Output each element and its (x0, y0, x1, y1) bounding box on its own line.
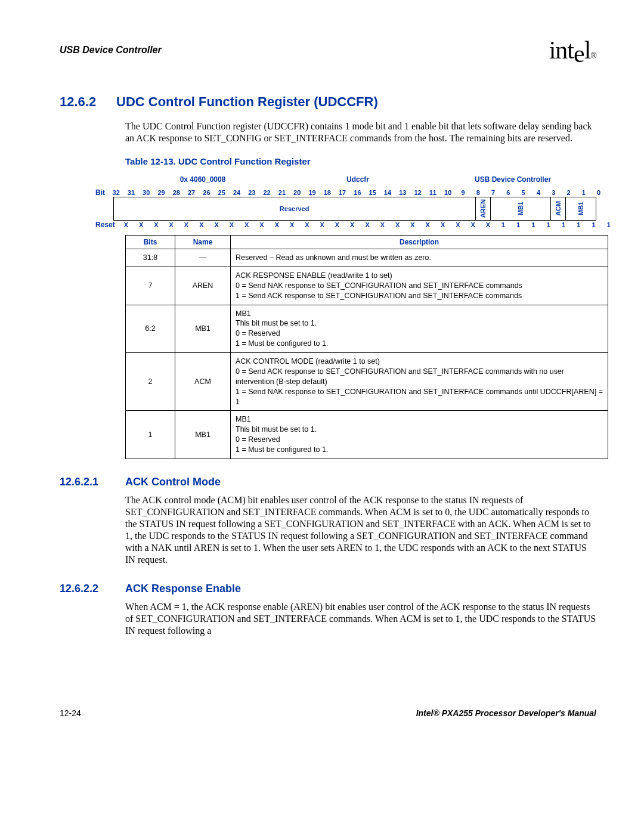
reset-value: X (435, 221, 450, 228)
bit-number: 9 (456, 189, 470, 196)
header-description: Description (231, 236, 608, 249)
name-cell: MB1 (175, 305, 231, 353)
bit-number-cells: 3231302928272625242322212019181716151413… (109, 189, 606, 196)
bit-number: 15 (365, 189, 380, 196)
reset-value: X (194, 221, 209, 228)
bit-number: 31 (123, 189, 138, 196)
reset-value: X (164, 221, 179, 228)
reset-value: X (119, 221, 134, 228)
bits-cell: 31:8 (126, 249, 175, 267)
mb1-field: MB1 (491, 197, 551, 220)
bit-number: 22 (259, 189, 274, 196)
name-cell: — (175, 249, 231, 267)
bit-number: 19 (305, 189, 320, 196)
intel-logo: intel® (549, 36, 596, 64)
reset-value: X (450, 221, 465, 228)
bit-number-row: Bit 323130292827262524232221201918171615… (95, 188, 596, 197)
bit-number: 2 (561, 189, 576, 196)
header-name: Name (175, 236, 231, 249)
reset-value: X (239, 221, 254, 228)
reset-value: X (224, 221, 239, 228)
bit-number: 13 (395, 189, 410, 196)
subsection-heading-12-6-2-2: 12.6.2.2ACK Response Enable (60, 583, 596, 595)
register-name: Udccfr (280, 175, 435, 184)
bit-number: 28 (169, 189, 184, 196)
desc-cell: MB1 This bit must be set to 1. 0 = Reser… (231, 305, 608, 353)
reset-value: 1 (571, 221, 586, 228)
desc-cell: ACK CONTROL MODE (read/write 1 to set) 0… (231, 353, 608, 411)
reset-value: 1 (586, 221, 601, 228)
reset-row: Reset XXXXXXXXXXXXXXXXXXXXXXXXX11111111 (95, 221, 596, 229)
reset-value: X (466, 221, 481, 228)
bit-number: 32 (109, 189, 123, 196)
bits-cell: 7 (126, 267, 175, 305)
page-number: 12-24 (60, 708, 81, 718)
bit-number: 0 (592, 189, 606, 196)
reset-value: X (179, 221, 194, 228)
table-caption: Table 12-13. UDC Control Function Regist… (125, 156, 596, 166)
bit-number: 4 (531, 189, 546, 196)
bit-table: Bit 323130292827262524232221201918171615… (95, 188, 596, 229)
reset-value: X (390, 221, 405, 228)
register-address: 0x 4060_0008 (125, 175, 280, 184)
reset-value: X (148, 221, 163, 228)
bit-number: 11 (425, 189, 440, 196)
bit-number: 5 (516, 189, 531, 196)
name-cell: AREN (175, 267, 231, 305)
bit-number: 12 (410, 189, 425, 196)
bit-label: Bit (95, 188, 109, 197)
mb1-field-2: MB1 (566, 197, 596, 220)
page-header: USB Device Controller intel® (60, 36, 596, 64)
bit-number: 29 (154, 189, 169, 196)
subsection-paragraph: When ACM = 1, the ACK response enable (A… (125, 601, 596, 637)
reset-value: X (209, 221, 224, 228)
name-cell: MB1 (175, 411, 231, 459)
reset-value: X (315, 221, 330, 228)
reset-value: 1 (510, 221, 525, 228)
registered-symbol: ® (590, 51, 596, 60)
bits-cell: 2 (126, 353, 175, 411)
reset-value: X (375, 221, 390, 228)
subsection-title: ACK Response Enable (125, 583, 241, 594)
section-number: 12.6.2 (60, 94, 116, 110)
bit-number: 25 (214, 189, 229, 196)
reset-value: X (254, 221, 269, 228)
bit-number: 24 (229, 189, 244, 196)
bit-name-cells: Reserved AREN MB1 ACM MB1 (113, 197, 596, 221)
description-table: Bits Name Description 31:8—Reserved – Re… (125, 235, 608, 459)
register-header-row: 0x 4060_0008 Udccfr USB Device Controlle… (125, 175, 596, 184)
register-controller: USB Device Controller (435, 175, 590, 184)
reserved-field: Reserved (114, 197, 476, 220)
table-row: 6:2MB1MB1 This bit must be set to 1. 0 =… (126, 305, 608, 353)
page-container: USB Device Controller intel® 12.6.2UDC C… (0, 0, 644, 754)
page-footer: 12-24 Intel® PXA255 Processor Developer'… (60, 708, 596, 718)
bit-number: 16 (350, 189, 365, 196)
reset-cells: XXXXXXXXXXXXXXXXXXXXXXXXX11111111 (119, 221, 617, 228)
table-row: 31:8—Reserved – Read as unknown and must… (126, 249, 608, 267)
bit-number: 6 (501, 189, 516, 196)
table-row: 2ACMACK CONTROL MODE (read/write 1 to se… (126, 353, 608, 411)
reset-value: X (345, 221, 360, 228)
reset-value: X (270, 221, 284, 228)
subsection-number: 12.6.2.2 (60, 583, 125, 595)
reset-value: X (299, 221, 314, 228)
reset-value: 1 (601, 221, 616, 228)
bit-number: 20 (290, 189, 305, 196)
table-row: 1MB1MB1 This bit must be set to 1. 0 = R… (126, 411, 608, 459)
bit-number: 10 (441, 189, 456, 196)
reset-value: X (405, 221, 420, 228)
subsection-paragraph: The ACK control mode (ACM) bit enables u… (125, 494, 596, 566)
subsection-heading-12-6-2-1: 12.6.2.1ACK Control Mode (60, 476, 596, 488)
reset-value: X (420, 221, 435, 228)
bit-name-row: Reserved AREN MB1 ACM MB1 (95, 197, 596, 221)
bit-number: 14 (380, 189, 395, 196)
bit-number: 26 (199, 189, 214, 196)
acm-field: ACM (551, 197, 566, 220)
section-paragraph: The UDC Control Function register (UDCCF… (125, 120, 596, 144)
reset-value: 1 (496, 221, 510, 228)
reset-value: 1 (526, 221, 541, 228)
bits-cell: 1 (126, 411, 175, 459)
bit-number: 1 (576, 189, 591, 196)
manual-title: Intel® PXA255 Processor Developer's Manu… (416, 708, 596, 718)
section-heading-12-6-2: 12.6.2UDC Control Function Register (UDC… (60, 94, 596, 110)
